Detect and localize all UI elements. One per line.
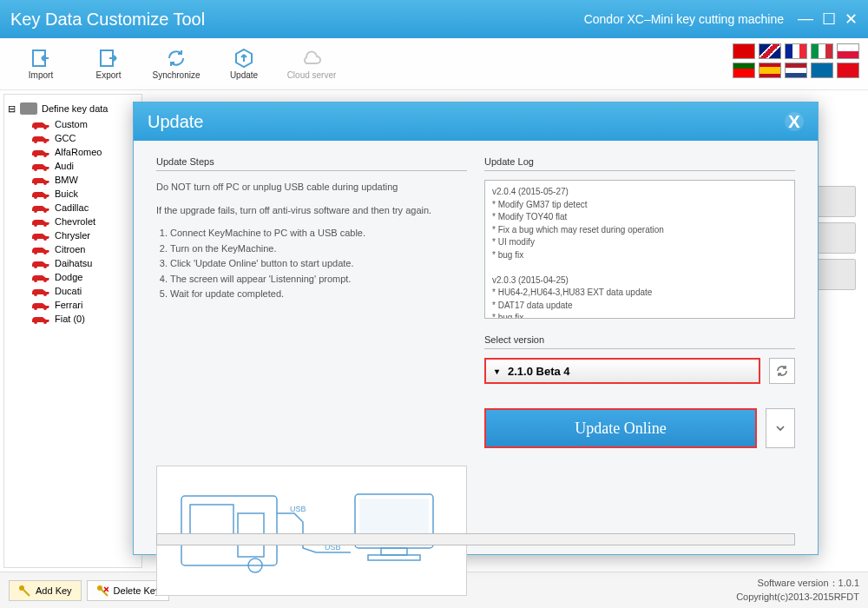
refresh-button[interactable] [769, 358, 795, 384]
car-icon [30, 244, 51, 254]
import-icon [30, 48, 51, 69]
tree-item[interactable]: Daihatsu [30, 256, 140, 270]
log-header: Update Log [484, 156, 795, 171]
flag-portugal[interactable] [733, 63, 755, 78]
tree-item[interactable]: Fiat (0) [30, 312, 140, 326]
update-online-button[interactable]: Update Online [484, 408, 757, 448]
flag-turkey[interactable] [837, 63, 859, 78]
tree-item[interactable]: Dodge [30, 270, 140, 284]
flag-netherlands[interactable] [785, 63, 807, 78]
car-icon [30, 161, 51, 171]
app-title: Key Data Customize Tool [10, 10, 584, 30]
tree-item[interactable]: Audi [30, 159, 140, 173]
flag-italy[interactable] [811, 43, 833, 59]
flag-poland[interactable] [837, 43, 859, 59]
close-button[interactable]: ✕ [845, 10, 858, 29]
tree-item[interactable]: Cadillac [30, 201, 140, 215]
car-icon [30, 258, 51, 268]
update-dialog: Update X Update Steps Do NOT turn off PC… [133, 102, 819, 555]
sync-icon [166, 48, 187, 69]
svg-rect-8 [381, 548, 407, 555]
export-button[interactable]: Export [75, 40, 142, 89]
titlebar: Key Data Customize Tool Condor XC–Mini k… [0, 0, 868, 38]
usb-label-1: USB [290, 505, 306, 513]
connection-diagram: USB USB [156, 466, 467, 596]
tree-root[interactable]: ⊟ Define key data [6, 100, 140, 117]
dialog-header: Update X [134, 102, 818, 141]
cloud-button: Cloud server [278, 40, 345, 89]
update-log-section: Update Log v2.0.4 (2015-05-27)* Modify G… [484, 156, 795, 448]
svg-rect-0 [20, 102, 37, 115]
flag-sweden[interactable] [811, 63, 833, 78]
step-item: Click 'Update Online' button to start up… [170, 256, 467, 272]
progress-bar [156, 533, 795, 545]
car-icon [30, 133, 51, 143]
dialog-close-button[interactable]: X [785, 112, 804, 131]
update-dropdown-button[interactable] [766, 408, 795, 448]
key-3[interactable] [816, 186, 856, 217]
tree-panel: ⊟ Define key data CustomGCCAlfaRomeoAudi… [3, 94, 142, 568]
sync-button[interactable]: Synchronize [142, 40, 210, 89]
flag-spain[interactable] [759, 63, 781, 78]
version-dropdown[interactable]: 2.1.0 Beta 4 [484, 358, 760, 384]
tree-item[interactable]: Chevrolet [30, 215, 140, 228]
dialog-title: Update [148, 112, 204, 132]
key-6[interactable] [816, 222, 856, 254]
tree-item[interactable]: Ferrari [30, 298, 140, 312]
flag-uk[interactable] [759, 43, 781, 59]
log-textarea[interactable]: v2.0.4 (2015-05-27)* Modify GM37 tip det… [484, 180, 795, 319]
steps-warn2: If the upgrade fails, turn off anti-viru… [156, 203, 467, 218]
expand-icon[interactable]: ⊟ [8, 103, 16, 115]
app-subtitle: Condor XC–Mini key cutting machine [584, 12, 784, 26]
update-button[interactable]: Update [210, 40, 278, 89]
tree-item[interactable]: Chrysler [30, 228, 140, 242]
tree-item[interactable]: Buick [30, 187, 140, 201]
car-icon [30, 147, 51, 157]
cloud-icon [301, 48, 322, 69]
car-icon [30, 300, 51, 310]
software-version: Software version：1.0.1 [736, 577, 859, 590]
car-icon [30, 272, 51, 282]
car-icon [30, 216, 51, 227]
tree-item[interactable]: Ducati [30, 284, 140, 298]
flag-france[interactable] [785, 43, 807, 59]
car-icon [30, 119, 51, 129]
add-key-button[interactable]: Add Key [9, 580, 82, 601]
car-icon [30, 202, 51, 213]
step-item: The screen will appear 'Listenning' prom… [170, 272, 467, 287]
update-icon [233, 48, 254, 69]
machine-icon [19, 102, 38, 116]
tree-item[interactable]: Citroen [30, 242, 140, 256]
select-version-header: Select version [484, 334, 795, 349]
tree-item[interactable]: AlfaRomeo [30, 145, 140, 159]
export-icon [98, 48, 119, 69]
step-item: Turn on the KeyMachine. [170, 241, 467, 257]
key-delete-icon [96, 585, 108, 597]
tree-item[interactable]: Custom [30, 117, 140, 131]
key-add-icon [18, 585, 30, 597]
language-flags [733, 43, 859, 78]
steps-header: Update Steps [156, 156, 467, 171]
steps-warn1: Do NOT turn off PC or unplug USB cable d… [156, 180, 467, 195]
maximize-button[interactable]: ☐ [822, 10, 836, 29]
car-icon [30, 286, 51, 296]
key-9[interactable] [816, 259, 856, 290]
car-icon [30, 314, 51, 324]
car-icon [30, 230, 51, 241]
svg-rect-3 [181, 496, 277, 565]
copyright: Copyright(c)2013-2015RFDT [736, 591, 859, 604]
step-item: Wait for update completed. [170, 287, 467, 302]
flag-china[interactable] [733, 43, 755, 59]
refresh-icon [775, 364, 789, 378]
step-item: Connect KeyMachine to PC with a USB cabl… [170, 226, 467, 241]
update-steps-section: Update Steps Do NOT turn off PC or unplu… [156, 156, 467, 448]
car-icon [30, 175, 51, 185]
import-button[interactable]: Import [7, 40, 75, 89]
chevron-down-icon [775, 423, 786, 433]
toolbar: Import Export Synchronize Update Cloud s… [0, 38, 868, 90]
car-icon [30, 188, 51, 199]
tree-item[interactable]: GCC [30, 131, 140, 145]
minimize-button[interactable]: — [798, 10, 813, 29]
svg-rect-9 [368, 555, 420, 560]
tree-item[interactable]: BMW [30, 173, 140, 187]
